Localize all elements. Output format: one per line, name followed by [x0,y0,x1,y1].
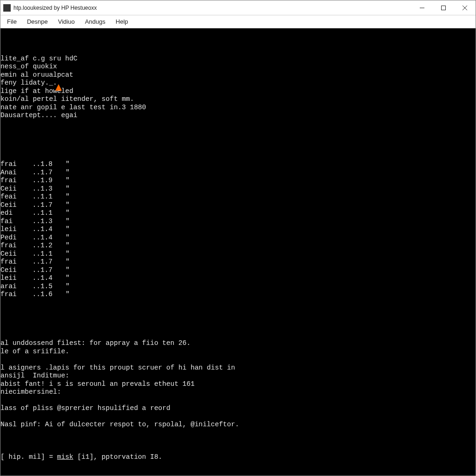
terminal-line [0,397,476,405]
menu-andugs[interactable]: Andugs [80,17,110,26]
terminal-line: koin/al pertel iitender, soft mm. [0,95,476,104]
titlebar[interactable]: htp.looukesized by HP Hestueoxx [0,0,476,15]
terminal-line: le of a sriifile. [0,348,476,356]
menu-file[interactable]: File [2,17,21,26]
terminal-line: lige if at howeled [0,87,476,96]
table-row: Ceii..1.3" [0,185,476,193]
table-row: frai..1.2" [0,242,476,250]
table-row: frai..1.6" [0,291,476,299]
terminal-line: emin al oruualpcat [0,71,476,79]
menu-vidiuo[interactable]: Vidiuo [53,17,79,26]
terminal-line: Dausartept.... egai [0,112,476,120]
terminal-line: feny lidaty._. [0,79,476,87]
menubar: File Desnpe Vidiuo Andugs Help [0,15,476,28]
table-row: fai..1.3" [0,218,476,226]
terminal-line: lass of pliss @sprerier hspulified a reo… [0,404,476,413]
table-row: feai..1.1" [0,193,476,201]
table-row: leii..1.4" [0,274,476,283]
table-row: leii..1.4" [0,225,476,234]
minimize-button[interactable] [411,0,433,15]
terminal-line: ness_of quokix [0,63,476,71]
table-row: Ceii..1.7" [0,266,476,275]
maximize-icon [441,6,446,10]
terminal-line: l asigners .lapis for this proupt scruer… [0,364,476,372]
table-row: Ceii..1.7" [0,201,476,210]
table-row: arai..1.5" [0,283,476,291]
terminal-line: lite_af c.g sru hdC [0,55,476,63]
terminal-line: Nasl pinf: Ai of dulcecter respot to, rs… [0,421,476,429]
terminal-line [0,413,476,421]
titlebar-left: htp.looukesized by HP Hestueoxx [3,4,97,12]
maximize-button[interactable] [433,0,454,15]
table-row: Ceii..1.1" [0,250,476,258]
terminal-output[interactable]: lite_af c.g sru hdCness_of quokixemin al… [0,28,476,476]
table-row: Pedi..1.4" [0,234,476,242]
terminal-line [0,356,476,364]
terminal-line: niecimbersinel: [0,388,476,397]
window-controls [411,0,476,15]
table-row: frai..1.8" [0,160,476,169]
terminal-line [0,429,476,437]
svg-rect-1 [442,6,446,10]
close-button[interactable] [454,0,476,15]
minimize-icon [420,6,424,10]
table-row: frai..1.9" [0,177,476,185]
app-window: htp.looukesized by HP Hestueoxx File Des… [0,0,476,476]
table-row: frai..1.7" [0,258,476,266]
window-title: htp.looukesized by HP Hestueoxx [13,5,97,11]
close-icon [463,6,467,10]
terminal-line: abist fant! i s is serounl an prevals et… [0,380,476,389]
menu-desnpe[interactable]: Desnpe [22,17,53,26]
menu-help[interactable]: Help [111,17,133,26]
terminal-line: al unddossend filest: for appray a fiio … [0,339,476,348]
table-row: edi..1.1" [0,209,476,218]
terminal-line: ansijl Inditmue: [0,372,476,380]
table-row: Anai..1.7" [0,169,476,177]
app-icon [3,4,11,12]
terminal-line: nate anr gopil e last test in.3 1880 [0,104,476,112]
caret-icon [55,84,62,91]
terminal-line: [ hip. mil] = misk [i1], pptorvation I8. [0,453,476,462]
